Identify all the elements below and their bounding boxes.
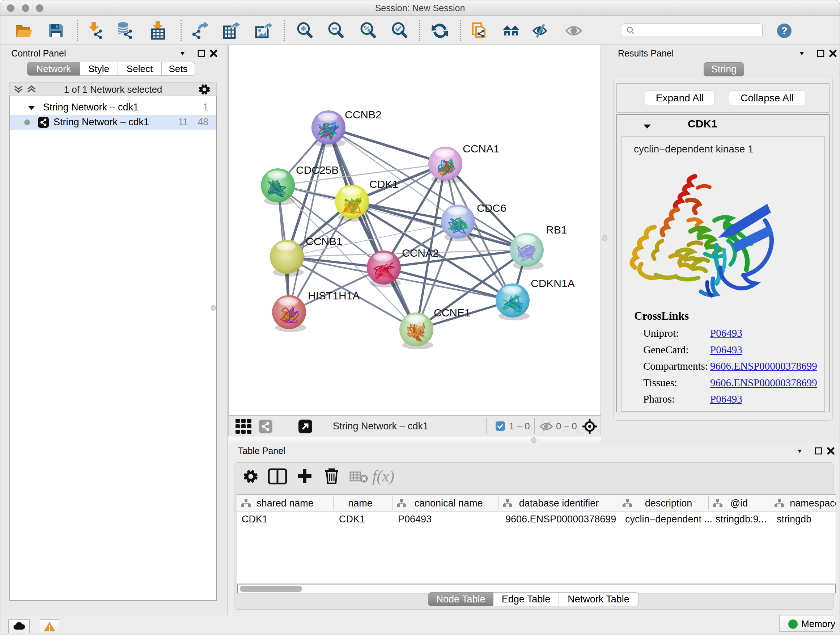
svg-text:CCNA2: CCNA2 xyxy=(402,247,439,259)
svg-text:CCNB2: CCNB2 xyxy=(345,109,382,120)
svg-text:CDC6: CDC6 xyxy=(477,202,507,214)
svg-text:?: ? xyxy=(781,25,787,36)
svg-text:CDKN1A: CDKN1A xyxy=(531,277,575,289)
svg-text:CCNA1: CCNA1 xyxy=(463,143,500,155)
svg-text:RB1: RB1 xyxy=(546,224,567,236)
svg-text:CCNE1: CCNE1 xyxy=(434,307,471,318)
svg-text:CDC25B: CDC25B xyxy=(296,164,339,176)
svg-text:CCNB1: CCNB1 xyxy=(306,235,343,247)
svg-text:CDK1: CDK1 xyxy=(369,178,398,190)
svg-text:HIST1H1A: HIST1H1A xyxy=(308,290,360,302)
